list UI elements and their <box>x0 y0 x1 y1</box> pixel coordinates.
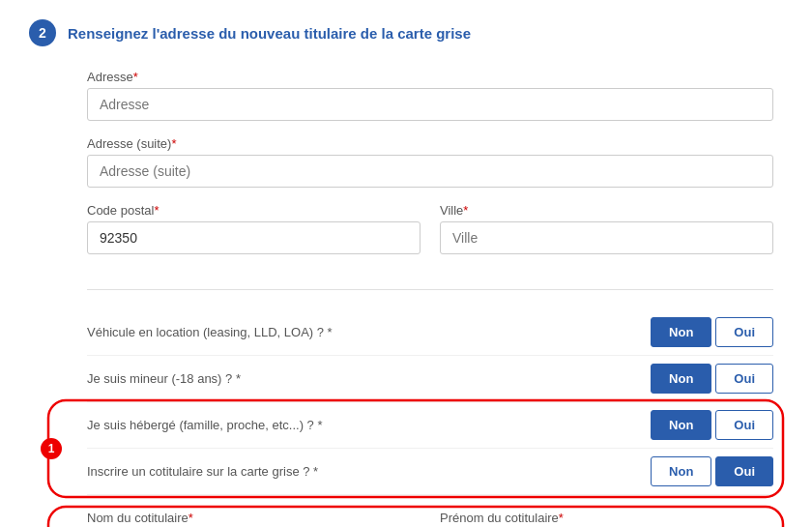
cotitulaire-fields: Nom du cotitulaire* Prénom du cotitulair… <box>87 511 773 527</box>
question-cotitulaire-text: Inscrire un cotitulaire sur la carte gri… <box>87 464 651 479</box>
postal-code-input[interactable] <box>87 221 420 254</box>
question-cotitulaire-btngroup: Non Oui <box>651 456 773 486</box>
step-title: Renseignez l'adresse du nouveau titulair… <box>68 25 471 42</box>
annotation-badge-1: 1 <box>41 438 62 459</box>
address-input[interactable] <box>87 88 773 121</box>
question-leasing-text: Véhicule en location (leasing, LLD, LOA)… <box>87 325 651 339</box>
question-mineur-oui-btn[interactable]: Oui <box>715 364 773 394</box>
question-leasing: Véhicule en location (leasing, LLD, LOA)… <box>87 309 773 356</box>
cotitulaire-prenom-group: Prénom du cotitulaire* <box>440 511 773 527</box>
step-number-badge: 2 <box>29 19 56 46</box>
question-heberge-btngroup: Non Oui <box>651 410 773 440</box>
question-heberge-oui-btn[interactable]: Oui <box>715 410 773 440</box>
postal-code-group: Code postal* <box>87 203 420 254</box>
city-input[interactable] <box>440 221 773 254</box>
address-group: Adresse* <box>87 70 773 121</box>
question-mineur-btngroup: Non Oui <box>651 364 773 394</box>
question-heberge-text: Je suis hébergé (famille, proche, etc...… <box>87 418 651 432</box>
question-heberge: Je suis hébergé (famille, proche, etc...… <box>87 402 773 449</box>
address-label: Adresse* <box>87 70 773 84</box>
city-group: Ville* <box>440 203 773 254</box>
question-mineur: Je suis mineur (-18 ans) ? * Non Oui <box>87 356 773 402</box>
question-cotitulaire-non-btn[interactable]: Non <box>651 456 711 486</box>
question-cotitulaire-oui-btn[interactable]: Oui <box>715 456 773 486</box>
question-cotitulaire: Inscrire un cotitulaire sur la carte gri… <box>87 449 773 495</box>
cotitulaire-nom-label: Nom du cotitulaire* <box>87 511 420 525</box>
address-suite-input[interactable] <box>87 155 773 188</box>
question-mineur-non-btn[interactable]: Non <box>651 364 711 394</box>
address-suite-label: Adresse (suite)* <box>87 136 773 151</box>
question-mineur-text: Je suis mineur (-18 ans) ? * <box>87 371 651 386</box>
question-heberge-non-btn[interactable]: Non <box>651 410 711 440</box>
address-suite-group: Adresse (suite)* <box>87 136 773 188</box>
question-leasing-oui-btn[interactable]: Oui <box>715 317 773 347</box>
cotitulaire-prenom-label: Prénom du cotitulaire* <box>440 511 773 525</box>
city-label: Ville* <box>440 203 773 218</box>
question-leasing-btngroup: Non Oui <box>651 317 773 347</box>
questions-container: Véhicule en location (leasing, LLD, LOA)… <box>87 309 773 495</box>
question-leasing-non-btn[interactable]: Non <box>651 317 711 347</box>
cotitulaire-nom-group: Nom du cotitulaire* <box>87 511 420 527</box>
postal-code-label: Code postal* <box>87 203 420 218</box>
